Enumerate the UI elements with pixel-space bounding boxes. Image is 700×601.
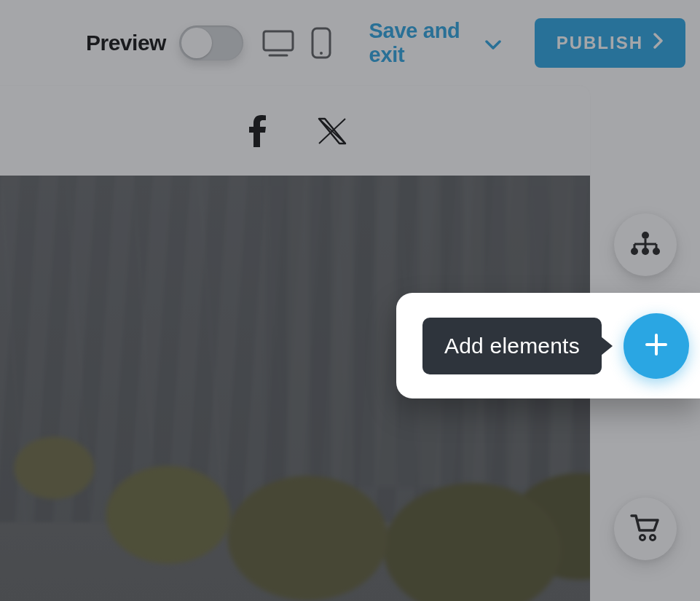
structure-button[interactable] — [614, 213, 677, 276]
desktop-icon[interactable] — [262, 26, 294, 60]
add-elements-button[interactable] — [624, 313, 689, 379]
svg-point-12 — [653, 248, 660, 255]
svg-rect-0 — [264, 31, 293, 50]
save-and-exit-button[interactable]: Save and exit — [369, 19, 501, 67]
cart-button[interactable] — [614, 498, 677, 560]
preview-toggle[interactable] — [179, 25, 243, 60]
publish-label: PUBLISH — [557, 33, 643, 53]
svg-point-14 — [650, 535, 656, 541]
toggle-handle — [181, 28, 212, 58]
svg-point-10 — [631, 248, 638, 255]
preview-label: Preview — [86, 31, 166, 55]
publish-button[interactable]: PUBLISH — [535, 18, 685, 68]
x-icon[interactable] — [318, 117, 347, 146]
svg-point-4 — [642, 232, 649, 239]
svg-point-3 — [320, 52, 323, 55]
chevron-right-icon — [653, 33, 664, 53]
save-and-exit-label: Save and exit — [369, 19, 476, 67]
structure-icon — [630, 231, 661, 259]
svg-point-11 — [642, 248, 649, 255]
add-elements-spotlight: Add elements — [396, 293, 700, 398]
svg-point-13 — [640, 535, 645, 541]
cart-icon — [630, 513, 661, 545]
add-elements-tooltip: Add elements — [422, 318, 602, 374]
mobile-icon[interactable] — [307, 26, 336, 60]
top-toolbar: Preview Save and exit PU — [0, 0, 700, 86]
page-header — [0, 86, 590, 176]
tooltip-label: Add elements — [444, 334, 580, 358]
plus-icon — [643, 331, 669, 361]
facebook-icon[interactable] — [243, 117, 272, 146]
chevron-down-icon — [485, 31, 501, 55]
